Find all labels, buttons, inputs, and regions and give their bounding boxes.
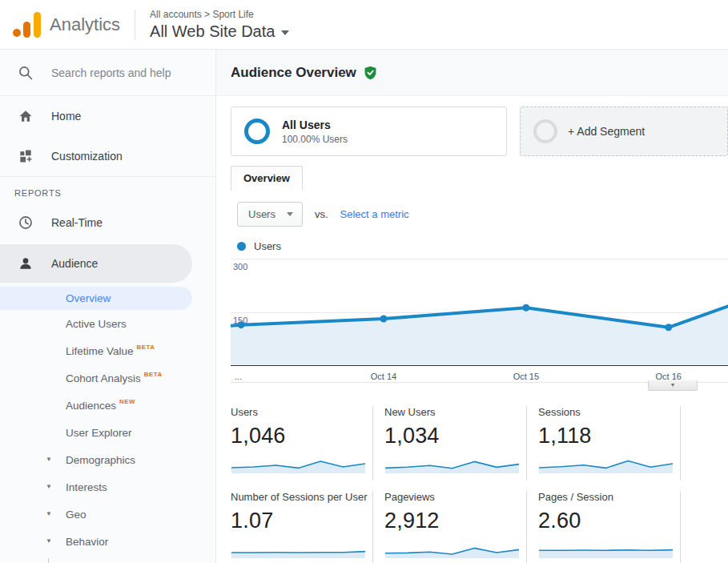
sidebar-item-user-explorer[interactable]: User Explorer (0, 419, 215, 446)
scorecard-sessions-per-user: Number of Sessions per User 1.07 (231, 491, 373, 563)
sidebar-item-label: Home (51, 110, 81, 123)
search-icon (18, 65, 34, 81)
beta-badge: BETA (144, 371, 163, 378)
add-segment-button[interactable]: + Add Segment (520, 107, 728, 156)
sidebar-item-label: Lifetime Value (66, 345, 134, 357)
sidebar-item-active-users[interactable]: Active Users (0, 310, 215, 337)
sidebar-item-geo[interactable]: ▼ Geo (0, 501, 215, 528)
select-a-metric-link[interactable]: Select a metric (340, 208, 409, 220)
scorecard-value: 1,046 (231, 424, 372, 448)
sidebar-bottom-divider (0, 560, 215, 563)
sidebar-item-realtime[interactable]: Real-Time (0, 204, 215, 241)
x-axis-label: ... (235, 372, 242, 381)
metric-dropdown[interactable]: Users (237, 202, 303, 227)
sidebar-item-label: Real-Time (51, 216, 103, 229)
main-content: Audience Overview All Users 100.00% User… (216, 50, 728, 563)
page-title: Audience Overview (231, 65, 356, 81)
scorecard-label: New Users (384, 406, 526, 418)
chart-legend: Users (216, 240, 728, 252)
sidebar-item-lifetime-value[interactable]: Lifetime Value BETA (0, 337, 215, 364)
sidebar-item-label: Geo (66, 509, 86, 521)
sidebar-item-label: Active Users (66, 318, 127, 330)
sidebar-item-cohort-analysis[interactable]: Cohort Analysis BETA (0, 364, 215, 392)
scorecard-new-users: New Users 1,034 (384, 406, 527, 481)
metric-controls: Users vs. Select a metric (216, 202, 728, 227)
scorecard-users: Users 1,046 (231, 406, 373, 481)
sparkline (538, 452, 674, 474)
expand-caret-icon[interactable]: ▼ (46, 537, 52, 545)
sparkline (231, 452, 367, 474)
sidebar-item-behavior[interactable]: ▼ Behavior (0, 528, 215, 555)
segments-bar: All Users 100.00% Users + Add Segment (216, 96, 728, 156)
search-input[interactable]: Search reports and help (0, 50, 215, 96)
report-header: Audience Overview (216, 50, 728, 96)
scorecard-label: Users (231, 406, 372, 418)
segment-donut-icon (244, 119, 270, 144)
sidebar-item-label: Interests (66, 481, 107, 493)
account-selector[interactable]: All accounts > Sport Life All Web Site D… (150, 9, 289, 41)
sidebar-item-label: Behavior (66, 536, 108, 548)
property-name: All Web Site Data (150, 22, 275, 41)
scorecard-pageviews: Pageviews 2,912 (384, 491, 527, 563)
sidebar-item-overview[interactable]: Overview (0, 287, 192, 310)
expand-caret-icon[interactable]: ▼ (46, 456, 52, 463)
analytics-logo[interactable]: Analytics (13, 12, 120, 38)
clock-icon (18, 215, 34, 231)
sidebar-item-label: Demographics (66, 454, 135, 466)
sidebar-item-audience[interactable]: Audience (0, 244, 192, 283)
add-segment-ring-icon (533, 119, 557, 143)
sidebar-item-label: Cohort Analysis (66, 372, 141, 384)
sidebar-item-interests[interactable]: ▼ Interests (0, 473, 215, 501)
sidebar-item-audiences[interactable]: Audiences NEW (0, 392, 215, 419)
sidebar-item-label: Overview (66, 292, 111, 304)
scorecard-value: 1,118 (538, 424, 680, 448)
sparkline (384, 537, 521, 559)
scorecard-value: 1.07 (231, 509, 372, 533)
x-axis-label: Oct 15 (513, 372, 539, 381)
chevron-down-icon (281, 30, 289, 35)
expand-caret-icon[interactable]: ▼ (46, 483, 52, 490)
sidebar-item-label: Customization (51, 150, 123, 163)
segment-title: All Users (282, 119, 348, 131)
tab-bar: Overview (216, 166, 728, 191)
segment-all-users[interactable]: All Users 100.00% Users (231, 107, 507, 156)
users-area-chart: 300150 (231, 259, 728, 366)
sparkline (538, 537, 674, 559)
reports-section-label: REPORTS (0, 177, 215, 204)
scorecards: Users 1,046 New Users 1,034 Sessions 1,1… (231, 406, 728, 563)
scorecard-value: 2,912 (384, 509, 526, 533)
scorecard-sessions: Sessions 1,118 (538, 406, 681, 481)
expand-caret-icon[interactable]: ▼ (46, 510, 52, 517)
sidebar-item-demographics[interactable]: ▼ Demographics (0, 446, 215, 473)
timeseries-chart: 300150 ...Oct 14Oct 15Oct 16 ▼ (231, 259, 728, 383)
sidebar-item-home[interactable]: Home (0, 96, 215, 136)
segment-subtitle: 100.00% Users (282, 134, 348, 145)
scorecard-label: Pageviews (384, 491, 526, 503)
brand-name: Analytics (50, 14, 120, 35)
data-quality-shield-icon (364, 66, 377, 80)
breadcrumb[interactable]: All accounts > Sport Life (150, 9, 289, 20)
scorecard-label: Number of Sessions per User (231, 491, 372, 503)
property-selector[interactable]: All Web Site Data (150, 22, 289, 41)
analytics-logo-icon (13, 12, 42, 38)
sidebar-scroll-handle[interactable] (48, 558, 49, 563)
analytics-app: Analytics All accounts > Sport Life All … (0, 0, 728, 563)
sparkline (231, 537, 367, 559)
legend-dot-icon (237, 242, 246, 251)
chart-annotations-expander[interactable]: ▼ (648, 380, 698, 391)
sidebar-item-customization[interactable]: Customization (0, 136, 215, 176)
person-icon (18, 255, 34, 271)
scorecard-value: 1,034 (384, 424, 526, 448)
header-divider (135, 10, 135, 40)
new-badge: NEW (119, 398, 135, 405)
chevron-down-icon (287, 212, 293, 216)
vs-label: vs. (315, 208, 328, 220)
top-header: Analytics All accounts > Sport Life All … (0, 0, 728, 50)
search-placeholder: Search reports and help (51, 66, 171, 79)
tab-overview[interactable]: Overview (231, 166, 303, 191)
customization-icon (18, 148, 34, 164)
sidebar: Search reports and help Home Customizati… (0, 50, 216, 563)
y-axis-label: 300 (233, 262, 247, 271)
add-segment-label: + Add Segment (568, 125, 645, 138)
scorecard-label: Pages / Session (538, 491, 680, 503)
